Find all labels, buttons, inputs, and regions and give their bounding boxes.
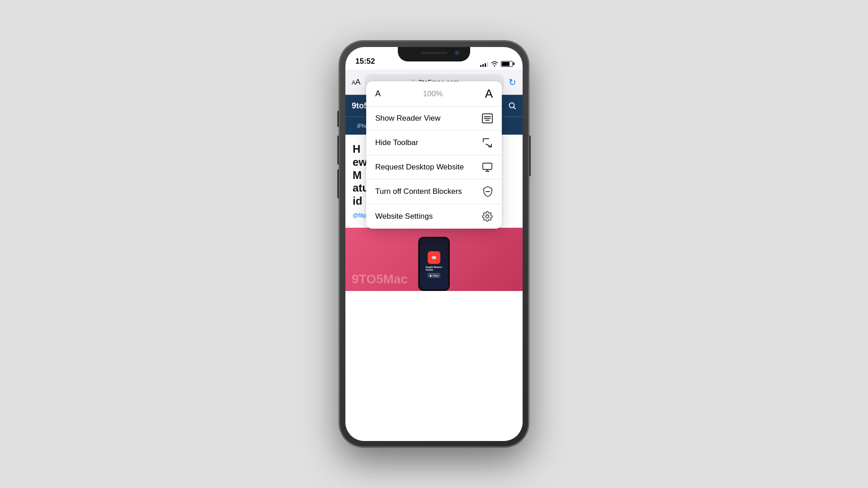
promo-banner: 9TO5Mac 📰 Apple News+Audio ▶ Play <box>345 228 523 291</box>
play-icon-mini: ▶ <box>430 274 432 277</box>
website-settings-item[interactable]: Website Settings <box>366 204 502 229</box>
svg-line-6 <box>514 107 515 109</box>
promo-9to5-text: 9TO5Mac <box>352 272 408 286</box>
request-desktop-item[interactable]: Request Desktop Website <box>366 155 502 179</box>
battery-icon <box>501 61 513 67</box>
reader-view-icon <box>482 113 493 123</box>
news-logo: 📰 <box>428 251 440 264</box>
speaker <box>420 52 448 54</box>
svg-point-16 <box>486 215 489 218</box>
refresh-button[interactable]: ↻ <box>509 77 516 88</box>
font-size-row[interactable]: A 100% A <box>366 81 502 107</box>
request-desktop-label: Request Desktop Website <box>375 163 464 172</box>
promo-phone-screen: 📰 Apple News+Audio ▶ Play <box>420 239 448 289</box>
aa-button[interactable]: A A <box>352 78 360 87</box>
aa-menu: A 100% A Show Reader View Hide Toolbar <box>366 81 502 229</box>
wifi-icon <box>491 61 498 66</box>
turn-off-content-blockers-label: Turn off Content Blockers <box>375 187 462 196</box>
svg-rect-12 <box>483 163 492 169</box>
search-icon <box>508 102 516 110</box>
hide-toolbar-item[interactable]: Hide Toolbar <box>366 131 502 155</box>
front-camera <box>455 51 459 55</box>
shield-icon <box>483 186 493 197</box>
signal-bar-3 <box>485 63 486 67</box>
mute-switch <box>337 111 339 127</box>
phone-screen: 15:52 <box>345 47 523 441</box>
show-reader-view-item[interactable]: Show Reader View <box>366 107 502 131</box>
desktop-icon <box>482 162 493 172</box>
signal-bars <box>480 61 488 67</box>
font-increase-button[interactable]: A <box>485 87 493 101</box>
gear-icon <box>482 211 493 222</box>
phone-mockup: 15:52 <box>339 41 529 447</box>
promo-phone-mini: 📰 Apple News+Audio ▶ Play <box>418 237 450 291</box>
signal-bar-4 <box>487 62 488 67</box>
arrows-icon <box>482 137 493 148</box>
aa-large-a: A <box>355 78 360 87</box>
battery-fill <box>502 62 509 66</box>
aa-small-a: A <box>352 80 355 86</box>
font-decrease-button[interactable]: A <box>375 89 381 99</box>
volume-down-button <box>337 169 339 198</box>
signal-bar-2 <box>482 64 484 67</box>
power-button <box>529 136 531 176</box>
hide-toolbar-label: Hide Toolbar <box>375 138 418 147</box>
turn-off-content-blockers-item[interactable]: Turn off Content Blockers <box>366 179 502 204</box>
status-icons <box>480 61 513 67</box>
show-reader-view-label: Show Reader View <box>375 114 440 123</box>
notch <box>398 47 470 61</box>
status-time: 15:52 <box>355 57 375 67</box>
play-button-mini: ▶ Play <box>428 273 441 278</box>
website-settings-label: Website Settings <box>375 212 433 221</box>
volume-up-button <box>337 136 339 164</box>
font-size-percentage: 100% <box>423 89 443 99</box>
signal-bar-1 <box>480 65 481 67</box>
